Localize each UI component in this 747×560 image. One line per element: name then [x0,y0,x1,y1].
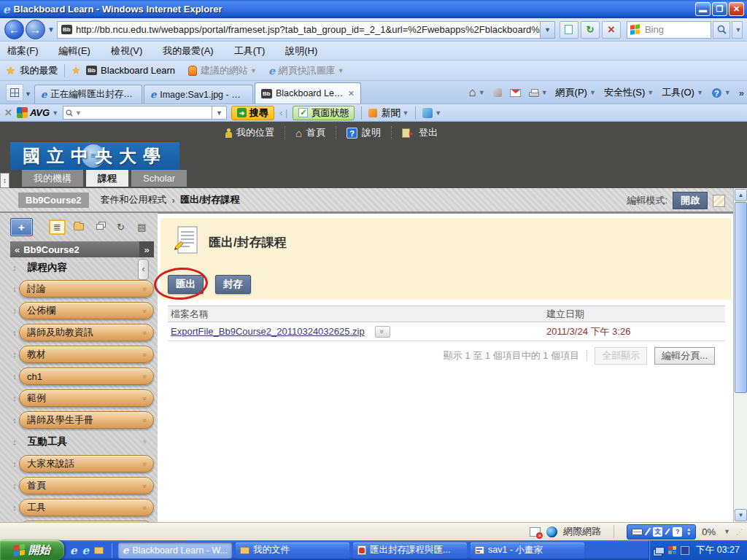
menu-pill[interactable]: 討論» [19,280,154,298]
export-file-link[interactable]: ExportFile_Bb9Course2_20110324032625.zip [171,326,365,337]
task-paint[interactable]: sav1 - 小畫家 [471,542,584,559]
page-menu-button[interactable]: 網頁(P)▼ [556,86,596,99]
menu-pill[interactable]: ch1» [19,368,154,385]
safety-menu-button[interactable]: 安全性(S)▼ [604,86,654,99]
avg-search-input[interactable]: ▼ ▼ [63,106,227,120]
zoom-dropdown-icon[interactable]: ▼ [724,528,730,535]
start-button[interactable]: 開始 [0,540,64,560]
minimize-button[interactable]: ▬ [695,2,711,16]
drag-handle-icon[interactable]: ↕ [10,284,19,293]
breadcrumb-parent[interactable]: 套件和公用程式 [101,193,167,206]
drag-handle-icon[interactable]: ↕ [10,306,19,315]
drag-handle-icon[interactable]: ↕ [10,416,19,424]
menu-view[interactable]: 檢視(V) [111,44,142,58]
recent-pages-dropdown-icon[interactable]: ▼ [47,26,55,34]
add-favorite-icon[interactable]: ★ [71,65,80,76]
suggested-sites-button[interactable]: 建議的網站 [201,64,248,77]
refresh-menu-button[interactable]: ↻ [112,219,129,235]
restore-button[interactable]: ❐ [712,2,727,16]
tools-menu-button[interactable]: 工具(O)▼ [662,86,703,99]
nav-my-places[interactable]: 我的位置 [215,126,285,139]
scrollbar-thumb[interactable] [735,202,747,393]
avg-search-dropdown-icon[interactable]: ▼ [212,106,224,119]
home-button[interactable]: ⌂▼ [468,85,484,100]
drag-handle-icon[interactable]: ↕ [10,481,19,490]
search-button[interactable] [713,21,730,39]
toolbar-close-icon[interactable]: ✕ [4,107,12,118]
compatibility-view-button[interactable] [560,21,578,39]
tab-wiki-image[interactable]: e Image:Sav1.jpg - NCUCC Wiki [144,85,253,104]
sidebar-collapse-button[interactable]: ‹ [138,259,149,280]
drag-handle-icon[interactable]: ↕ [10,503,19,512]
keyboard-icon[interactable] [632,529,643,535]
menu-pill[interactable]: 範例» [19,389,154,407]
help-button[interactable]: ?▼ [711,88,731,98]
drag-handle-icon[interactable]: ↕ [10,350,19,359]
list-view-button[interactable]: ≣ [49,219,66,235]
task-blackboard[interactable]: e Blackboard Learn - W... [118,542,232,559]
language-bar[interactable]: 文 ? ▲▼ [627,524,696,540]
open-window-view-button[interactable] [91,219,108,235]
drag-handle-icon[interactable]: ↕ [10,438,19,446]
item-chevron-icon[interactable]: » [142,483,150,488]
edit-mode-hatch-icon[interactable] [713,195,725,207]
menu-pill[interactable]: 大家來說話» [19,455,154,472]
tab-list-dropdown-icon[interactable]: ▼ [25,90,31,98]
search-input[interactable]: Bing [627,21,711,39]
ie-quicklaunch-icon[interactable]: e [70,544,77,557]
drag-handle-icon[interactable]: ↕ [10,394,19,402]
menu-pill[interactable]: 講師及助教資訊» [19,324,154,341]
search-options-dropdown-icon[interactable]: ▼ [732,21,743,39]
frame-resize-handle[interactable]: ↕ [0,173,9,188]
quick-tabs-button[interactable] [6,84,23,101]
item-chevron-icon[interactable]: » [142,396,150,400]
address-dropdown-icon[interactable]: ▼ [540,22,554,38]
item-chevron-icon[interactable]: » [142,352,150,357]
page-status-button[interactable]: ✓頁面狀態 [293,106,355,120]
nav-home[interactable]: ⌂首頁 [285,126,336,139]
menu-edit[interactable]: 編輯(E) [59,44,90,58]
collapse-icon[interactable]: « [15,244,20,255]
item-chevron-icon[interactable]: » [142,505,150,510]
menu-file[interactable]: 檔案(F) [7,44,39,58]
export-button[interactable]: 匯出 [168,275,204,294]
avg-menu-dropdown-icon[interactable]: ▼ [52,109,58,117]
pen-icon[interactable] [645,528,651,536]
archive-button[interactable]: 封存 [215,275,251,294]
favorite-link-blackboard[interactable]: Blackboard Learn [101,65,175,76]
item-chevron-icon[interactable]: » [142,287,150,291]
drag-handle-icon[interactable]: ↕ [10,328,19,337]
item-chevron-icon[interactable]: » [142,374,150,378]
tab-blackboard-active[interactable]: Bb Blackboard Learn ✕ [255,82,361,104]
read-mail-icon[interactable] [510,89,521,97]
folder-quicklaunch-icon[interactable] [94,547,104,554]
scroll-up-button[interactable]: ▲ [735,189,747,201]
ime-help-icon[interactable]: ? [673,527,682,537]
edit-paging-button[interactable]: 編輯分頁... [654,347,715,365]
tab-editing-export[interactable]: e 正在編輯匯出封存課程與... [34,85,142,104]
expand-icon[interactable]: » [139,241,154,257]
drag-handle-icon[interactable]: ↕ [10,459,19,468]
nav-logout[interactable]: 登出 [392,126,448,139]
avg-news-button[interactable]: 新聞▼ [368,106,409,120]
item-chevron-icon[interactable]: » [142,330,150,335]
network-icon[interactable] [655,547,665,554]
stop-button[interactable]: ✕ [602,21,621,39]
vertical-scrollbar[interactable]: ▲ ▼ [733,188,747,522]
menu-pill[interactable]: 教材» [19,346,154,363]
suggested-sites-dropdown-icon[interactable]: ▼ [250,67,257,74]
scroll-down-button[interactable]: ▼ [735,509,747,521]
item-options-button[interactable]: » [375,326,390,338]
menu-tools[interactable]: 工具(T) [234,44,266,58]
app-tray-icon[interactable] [681,546,689,555]
item-chevron-icon[interactable]: » [142,308,150,313]
menu-pill[interactable]: 首頁» [19,477,154,494]
item-chevron-icon[interactable]: » [142,462,150,466]
nav-help[interactable]: ?說明 [336,126,392,139]
menu-pill[interactable]: 講師及學生手冊» [19,411,154,429]
favorites-button[interactable]: 我的最愛 [20,64,58,77]
drag-handle-icon[interactable]: ↕ [10,263,19,272]
folder-view-button[interactable] [70,219,87,235]
tab-my-institution[interactable]: 我的機構 [22,170,83,187]
drag-handle-icon[interactable]: ↕ [10,372,19,381]
